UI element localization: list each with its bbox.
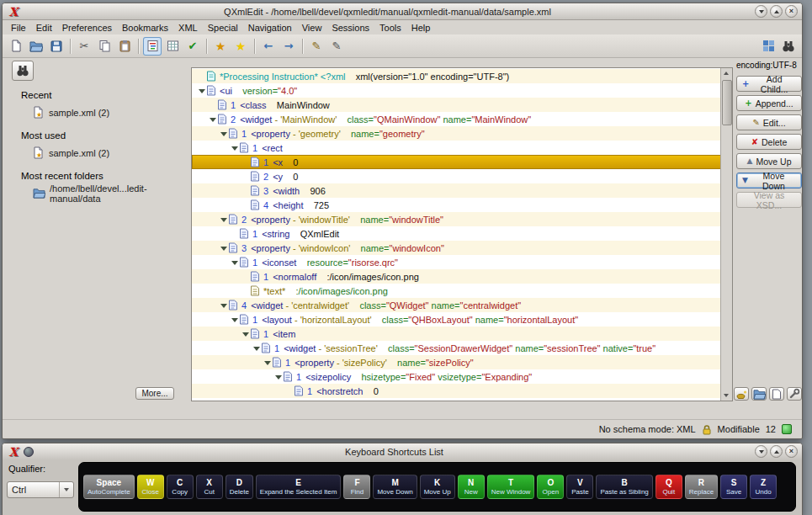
bookmark-outline-star-button[interactable]: ★ — [231, 37, 250, 56]
edit-text-button[interactable]: ✎ — [327, 37, 346, 56]
tree-row[interactable]: <ui version="4.0" — [192, 83, 721, 98]
tree-row[interactable]: 1<property - 'geometry' name="geometry" — [192, 126, 721, 141]
menu-file[interactable]: File — [6, 22, 31, 34]
view-as-xsd-button[interactable]: View as XSD... — [736, 192, 802, 208]
expander-icon[interactable] — [252, 345, 261, 351]
sidebar-item[interactable]: ★sample.xml (2) — [33, 105, 181, 119]
shortcut-key-c[interactable]: CCopy — [167, 475, 194, 499]
menu-preferences[interactable]: Preferences — [57, 22, 117, 34]
shortcut-key-b[interactable]: BPaste as Sibling — [596, 475, 652, 499]
scroll-up-button[interactable] — [721, 68, 731, 78]
tree-row[interactable]: 2<property - 'windowTitle' name="windowT… — [192, 212, 721, 226]
expander-icon[interactable] — [273, 374, 283, 380]
next-bookmark-button[interactable]: → — [279, 37, 298, 56]
expander-icon[interactable] — [219, 302, 228, 308]
expander-icon[interactable] — [219, 216, 228, 222]
qualifier-select[interactable]: Ctrl — [7, 481, 74, 498]
shortcut-key-q[interactable]: QQuit — [655, 475, 682, 499]
folder-button[interactable] — [751, 387, 767, 401]
expander-icon[interactable] — [230, 316, 239, 322]
tree-row[interactable]: 1<iconset resource="risorse.qrc" — [192, 255, 721, 269]
menu-bookmarks[interactable]: Bookmarks — [117, 22, 173, 34]
edit-button[interactable]: ✎Edit... — [736, 114, 802, 130]
menu-edit[interactable]: Edit — [31, 22, 57, 34]
previous-bookmark-button[interactable]: ← — [259, 37, 278, 56]
menu-help[interactable]: Help — [406, 22, 436, 34]
sidebar-item[interactable]: ★sample.xml (2) — [33, 146, 181, 160]
document-button[interactable] — [769, 387, 784, 401]
tree-row[interactable]: 1<rect — [192, 141, 721, 155]
shortcut-key-space[interactable]: SpaceAutoComplete — [83, 475, 135, 499]
scrollbar-thumb[interactable] — [722, 80, 732, 125]
tree-row[interactable]: 3<width 906 — [192, 183, 721, 198]
cut-button[interactable]: ✂ — [75, 37, 93, 56]
tree-row[interactable]: 2<y 0 — [192, 169, 721, 183]
shortcut-key-t[interactable]: TNew Window — [487, 475, 535, 499]
menu-view[interactable]: View — [297, 22, 327, 34]
panel-grid-button[interactable] — [759, 37, 778, 56]
shortcuts-title-bar[interactable]: Keyboard Shortcuts List — [3, 443, 802, 460]
expander-icon[interactable] — [241, 331, 250, 337]
shortcut-key-z[interactable]: ZUndo — [750, 475, 777, 499]
tree-row[interactable]: 4<height 725 — [192, 198, 721, 212]
vertical-scrollbar[interactable] — [720, 68, 732, 401]
delete-button[interactable]: ✘Delete — [736, 134, 802, 150]
shortcut-key-m[interactable]: MMove Down — [373, 475, 417, 499]
expander-icon[interactable] — [263, 359, 272, 365]
move-up-button[interactable]: ▲Move Up — [736, 153, 802, 169]
shortcut-key-d[interactable]: DDelete — [226, 475, 253, 499]
expander-icon[interactable] — [219, 130, 228, 136]
tree-row[interactable]: 1<normaloff :/icon/images/icon.png — [192, 269, 721, 284]
tree-row[interactable]: 1<property - 'sizePolicy' name="sizePoli… — [192, 355, 721, 369]
wrench-button[interactable] — [787, 387, 802, 401]
append-button[interactable]: +Append... — [736, 95, 802, 111]
shortcut-key-r[interactable]: RReplace — [685, 475, 718, 499]
maximize-button[interactable] — [770, 445, 783, 458]
shortcut-key-x[interactable]: XCut — [196, 475, 223, 499]
menu-special[interactable]: Special — [203, 22, 243, 34]
copy-button[interactable] — [95, 37, 114, 56]
sidebar-item[interactable]: /home/lbell/devel...ledit-manual/data — [33, 186, 181, 200]
menu-sessions[interactable]: Sessions — [326, 22, 374, 34]
find-binoculars-button[interactable] — [779, 37, 798, 56]
validate-button[interactable]: ✔ — [183, 37, 202, 56]
minimize-button[interactable] — [755, 445, 767, 458]
tree-row[interactable]: 1<item — [192, 327, 721, 341]
expander-icon[interactable] — [208, 116, 217, 122]
main-title-bar[interactable]: QXmlEdit - /home/lbell/devel/qxmledit/ma… — [3, 3, 802, 20]
tree-row[interactable]: 2<widget - 'MainWindow' class="QMainWind… — [192, 112, 721, 126]
tree-row[interactable]: 3<property - 'windowIcon' name="windowIc… — [192, 241, 721, 255]
new-document-button[interactable] — [7, 37, 25, 56]
shortcut-key-e[interactable]: EExpand the Selected Item — [256, 475, 342, 499]
shortcut-key-o[interactable]: OOpen — [537, 475, 564, 499]
close-button[interactable] — [785, 5, 798, 18]
lamp-button[interactable] — [734, 387, 749, 401]
tree-row[interactable]: 1<horstretch 0 — [192, 384, 721, 398]
tree-row[interactable]: 1<class MainWindow — [192, 98, 721, 112]
expander-icon[interactable] — [197, 88, 206, 93]
tree-row[interactable]: 4<widget - 'centralwidget' class="QWidge… — [192, 298, 721, 312]
expander-icon[interactable] — [230, 259, 239, 265]
add-child-button[interactable]: +Add Child... — [736, 76, 802, 92]
expander-icon[interactable] — [219, 245, 228, 251]
minimize-button[interactable] — [755, 5, 767, 18]
tree-row[interactable]: 1<widget - 'sessionTree' class="SessionD… — [192, 341, 721, 355]
tree-row[interactable]: *Processing Instruction* <?xml xml(versi… — [192, 69, 721, 83]
tree-view-button[interactable] — [143, 37, 162, 56]
maximize-button[interactable] — [770, 5, 783, 18]
sidebar-search-button[interactable] — [12, 61, 34, 81]
tree-row[interactable]: 1<x 0 — [192, 155, 721, 169]
shortcut-key-w[interactable]: WClose — [137, 475, 164, 499]
menu-tools[interactable]: Tools — [374, 22, 406, 34]
open-file-button[interactable] — [27, 37, 45, 56]
close-button[interactable] — [785, 445, 798, 458]
shortcut-key-v[interactable]: VPaste — [566, 475, 593, 499]
paste-button[interactable] — [115, 37, 134, 56]
scroll-down-button[interactable] — [721, 390, 731, 401]
tree-row[interactable]: 1<string QXmlEdit — [192, 226, 721, 241]
tree-row[interactable]: *text* :/icon/images/icon.png — [192, 284, 721, 298]
save-button[interactable] — [47, 37, 66, 56]
tree-row[interactable]: 1<sizepolicy hsizetype="Fixed" vsizetype… — [192, 369, 721, 384]
tree-row[interactable]: 1<layout - 'horizontalLayout' class="QHB… — [192, 312, 721, 327]
shortcut-key-k[interactable]: KMove Up — [420, 475, 455, 499]
